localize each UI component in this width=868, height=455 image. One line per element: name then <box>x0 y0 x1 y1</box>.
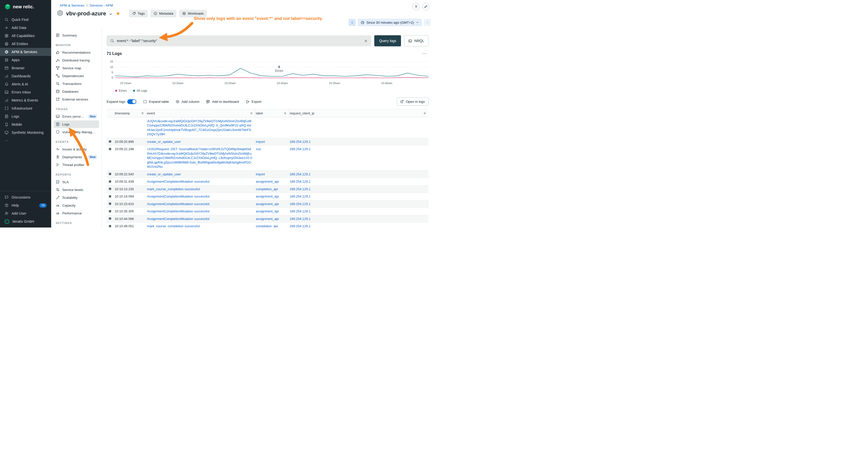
row-expand-gizmo[interactable] <box>109 202 111 205</box>
cell-event-link[interactable]: create_or_update_user <box>147 172 181 176</box>
row-expand-gizmo[interactable] <box>109 148 111 150</box>
chart-menu-button[interactable]: ⋯ <box>422 51 427 56</box>
copy-permalink-button[interactable] <box>422 3 430 10</box>
left-nav-item-errors-inbox[interactable]: Errors Inbox <box>0 88 51 96</box>
sidebar-item-issues-activity[interactable]: Issues & activity <box>54 145 99 153</box>
table-row[interactable]: 10:10:13.235mark_course_completion succe… <box>106 186 429 193</box>
entity-dropdown-caret-icon[interactable] <box>108 12 113 16</box>
row-expand-gizmo[interactable] <box>109 210 111 213</box>
cell-event-link[interactable]: mark_course_completion successful <box>147 224 200 228</box>
left-nav-footer-discussions[interactable]: Discussions <box>0 193 51 201</box>
nrql-button[interactable]: NRQL <box>404 35 429 46</box>
cell-ip-link[interactable]: 169.254.129.1 <box>289 202 310 206</box>
cell-event-link[interactable]: JUQVU&code=eyJraWQiOiJjcGltY29yZV8wOTl1M… <box>147 119 251 136</box>
sidebar-item-deployments[interactable]: DeploymentsNew <box>54 153 99 161</box>
sidebar-item-service-levels[interactable]: Service levels <box>54 186 99 194</box>
tags-button[interactable]: Tags <box>129 10 148 18</box>
cell-label-link[interactable]: assignment_api <box>256 195 279 198</box>
export-button[interactable]: Export <box>246 100 261 103</box>
legend-item-errors[interactable]: Errors <box>115 89 127 93</box>
cell-event-link[interactable]: AssignmentCompletionMutation successful <box>147 217 210 221</box>
cell-event-link[interactable]: AssignmentCompletionMutation successful <box>147 195 210 198</box>
row-expand-gizmo[interactable] <box>109 218 111 220</box>
sidebar-item-transactions[interactable]: Transactions <box>54 80 99 88</box>
sidebar-item-summary[interactable]: Summary <box>54 32 99 39</box>
sidebar-item-databases[interactable]: Databases <box>54 88 99 95</box>
sidebar-item-distributed-tracing[interactable]: Distributed tracing <box>54 57 99 64</box>
left-nav-item-browser[interactable]: Browser <box>0 64 51 72</box>
cell-ip-link[interactable]: 169.254.129.1 <box>289 217 310 221</box>
cell-label-link[interactable]: assignment_api <box>256 202 279 206</box>
cell-event-link[interactable]: mark_course_completion successful <box>147 187 200 191</box>
sidebar-item-external-services[interactable]: External services <box>54 96 99 103</box>
clear-query-icon[interactable] <box>364 39 368 43</box>
row-expand-gizmo[interactable] <box>109 140 111 142</box>
left-nav-item-quick-find[interactable]: Quick Find <box>0 15 51 24</box>
add-column-button[interactable]: Add column <box>176 100 199 103</box>
cell-ip-link[interactable]: 169.254.129.1 <box>289 195 310 198</box>
table-row[interactable]: 10:10:44.066AssignmentCompletionMutation… <box>106 215 429 223</box>
sidebar-item-vulnerability-management[interactable]: Vulnerability Management <box>54 128 99 136</box>
column-header-event[interactable]: event <box>147 109 255 117</box>
table-row[interactable]: 10:09:31.439AssignmentCompletionMutation… <box>106 178 429 186</box>
table-row[interactable]: 10:10:49.051mark_course_completion succe… <box>106 223 429 228</box>
cell-ip-link[interactable]: 169.254.129.1 <box>289 172 310 176</box>
add-to-dashboard-button[interactable]: Add to dashboard <box>206 100 239 103</box>
column-header-timestamp[interactable]: timestamp <box>114 109 147 117</box>
cell-event-link[interactable]: AssignmentCompletionMutation successful <box>147 209 210 213</box>
cell-label-link[interactable]: completion_api <box>256 224 278 228</box>
remove-column-icon[interactable] <box>283 111 287 115</box>
sidebar-item-dependencies[interactable]: Dependencies <box>54 72 99 79</box>
query-logs-button[interactable]: Query logs <box>374 35 401 46</box>
legend-item-all-logs[interactable]: All Logs <box>133 89 148 93</box>
left-nav-item-metrics-events[interactable]: Metrics & Events <box>0 96 51 104</box>
left-nav-item-apps[interactable]: Apps <box>0 56 51 64</box>
remove-column-icon[interactable] <box>250 111 253 115</box>
time-forward-button[interactable] <box>424 19 431 26</box>
left-nav-item-all-capabilities[interactable]: All Capabilities <box>0 32 51 40</box>
time-back-button[interactable] <box>348 19 355 26</box>
expand-logs-toggle[interactable] <box>127 99 136 104</box>
expand-logs-control[interactable]: Expand logs <box>106 99 136 104</box>
cell-ip-link[interactable]: 169.254.129.1 <box>289 224 310 228</box>
remove-column-icon[interactable] <box>423 111 427 115</box>
left-nav-item-mobile[interactable]: Mobile <box>0 121 51 129</box>
breadcrumb-link-services[interactable]: Services - APM <box>90 3 113 7</box>
sidebar-item-thread-profiler[interactable]: Thread profiler <box>54 161 99 168</box>
cell-label-link[interactable]: import <box>256 140 265 143</box>
cell-label-link[interactable]: sso <box>256 147 261 151</box>
row-expand-gizmo[interactable] <box>109 195 111 197</box>
cell-event-link[interactable]: create_or_update_user <box>147 140 181 143</box>
remove-column-icon[interactable] <box>141 111 144 115</box>
left-nav-item-infrastructure[interactable]: Infrastructure <box>0 104 51 112</box>
left-nav-item-apm-services[interactable]: APM & Services <box>0 48 51 56</box>
left-nav-footer-help[interactable]: Help70 <box>0 201 51 209</box>
left-nav-item-all-entities[interactable]: All Entities <box>0 40 51 48</box>
left-nav-item-add-data[interactable]: Add Data <box>0 24 51 32</box>
left-nav-item-more[interactable] <box>0 136 51 144</box>
sidebar-item-sla[interactable]: SLA <box>54 178 99 186</box>
time-range-button[interactable]: Since 30 minutes ago (GMT+2) <box>358 19 422 26</box>
left-nav-footer-add-user[interactable]: Add User <box>0 209 51 218</box>
left-nav-item-alerts-ai[interactable]: Alerts & AI <box>0 80 51 88</box>
cell-ip-link[interactable]: 169.254.129.1 <box>289 140 310 143</box>
sidebar-item-logs[interactable]: Logs <box>54 121 99 128</box>
cell-label-link[interactable]: completion_api <box>256 187 278 191</box>
left-nav-item-dashboards[interactable]: Dashboards <box>0 72 51 80</box>
help-button[interactable]: ? <box>412 3 420 10</box>
cell-event-link[interactable]: AssignmentCompletionMutation successful <box>147 180 210 184</box>
row-expand-gizmo[interactable] <box>109 225 111 227</box>
expand-table-button[interactable]: Expand table <box>143 100 169 103</box>
new-relic-logo[interactable]: new relic. <box>0 0 51 13</box>
sidebar-item-service-map[interactable]: Service map <box>54 64 99 72</box>
sidebar-item-errors-errors-inb[interactable]: Errors (errors inb...New <box>54 112 99 120</box>
cell-ip-link[interactable]: 169.254.129.1 <box>289 209 310 213</box>
left-nav-item-logs[interactable]: Logs <box>0 112 51 121</box>
cell-label-link[interactable]: assignment_api <box>256 217 279 221</box>
table-row[interactable]: 10:09:22.196<ASGIRequest: GET '/sso/call… <box>106 145 429 171</box>
cell-label-link[interactable]: assignment_api <box>256 209 279 213</box>
cell-label-link[interactable]: import <box>256 172 265 176</box>
left-nav-item-synthetic-monitoring[interactable]: Synthetic Monitoring <box>0 129 51 136</box>
table-row[interactable]: 10:10:14.094AssignmentCompletionMutation… <box>106 193 429 200</box>
query-input[interactable]: event:* -"label":"security" <box>106 35 371 46</box>
